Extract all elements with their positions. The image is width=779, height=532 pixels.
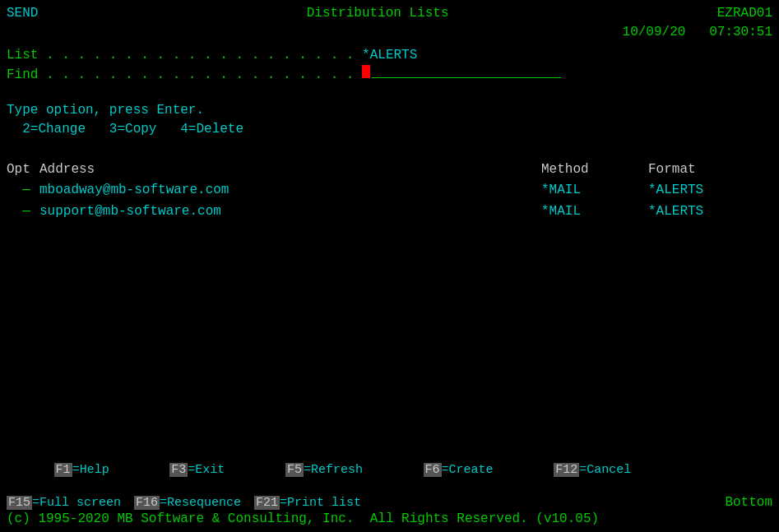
table-row: — mboadway@mb-software.com *MAIL *ALERTS	[7, 180, 772, 201]
send-label: SEND	[7, 3, 38, 23]
row1-address: mboadway@mb-software.com	[39, 180, 541, 201]
instruction-line2: 2=Change 3=Copy 4=Delete	[7, 120, 772, 139]
row1-opt: —	[7, 180, 39, 201]
f3-key: F3	[169, 463, 188, 477]
col-format-header: Format	[648, 160, 755, 181]
page-title: Distribution Lists	[307, 3, 449, 23]
date-value: 10/09/20	[623, 23, 686, 42]
col-opt-header: Opt	[7, 160, 39, 181]
header-right: EZRAD01	[717, 3, 772, 23]
f5-key: F5	[285, 463, 304, 477]
list-row: List . . . . . . . . . . . . . . . . . .…	[7, 45, 772, 65]
f6-label: =Create	[442, 463, 494, 477]
find-row: Find . . . . . . . . . . . . . . . . . .…	[7, 65, 772, 85]
table-row: — support@mb-software.com *MAIL *ALERTS	[7, 201, 772, 223]
row1-method: *MAIL	[541, 180, 648, 201]
row2-format: *ALERTS	[648, 201, 755, 223]
datetime-row: 10/09/20 07:30:51	[7, 23, 772, 42]
spacer2	[7, 140, 772, 156]
f6-key: F6	[424, 463, 442, 477]
f5-label: =Refresh	[304, 463, 363, 477]
col-method-header: Method	[541, 160, 648, 181]
col-address-header: Address	[39, 160, 541, 181]
find-dots: . . . . . . . . . . . . . . . . . . . .	[38, 65, 362, 85]
terminal-screen: SEND Distribution Lists EZRAD01 10/09/20…	[0, 0, 779, 532]
copyright-bar: (c) 1995-2020 MB Software & Consulting, …	[0, 507, 779, 530]
list-label: List	[7, 45, 38, 65]
f12-key: F12	[554, 463, 579, 477]
time-value: 07:30:51	[709, 23, 772, 42]
find-label: Find	[7, 65, 38, 85]
system-id: EZRAD01	[717, 3, 772, 23]
header-row: SEND Distribution Lists EZRAD01	[7, 3, 772, 23]
f1-key: F1	[54, 463, 72, 477]
row1-format: *ALERTS	[648, 180, 755, 201]
f1-label: =Help	[72, 463, 109, 477]
row2-opt: —	[7, 201, 39, 223]
table-header: Opt Address Method Format	[7, 160, 772, 181]
f3-label: =Exit	[188, 463, 225, 477]
list-dots: . . . . . . . . . . . . . . . . . . . .	[38, 45, 362, 65]
list-value: *ALERTS	[362, 45, 417, 65]
row2-method: *MAIL	[541, 201, 648, 223]
row2-address: support@mb-software.com	[39, 201, 541, 223]
f12-label: =Cancel	[579, 463, 631, 477]
find-input-area[interactable]	[362, 65, 561, 78]
spacer1	[7, 85, 772, 101]
find-underline	[372, 65, 561, 78]
instruction-line1: Type option, press Enter.	[7, 101, 772, 120]
cursor-block	[362, 65, 370, 78]
